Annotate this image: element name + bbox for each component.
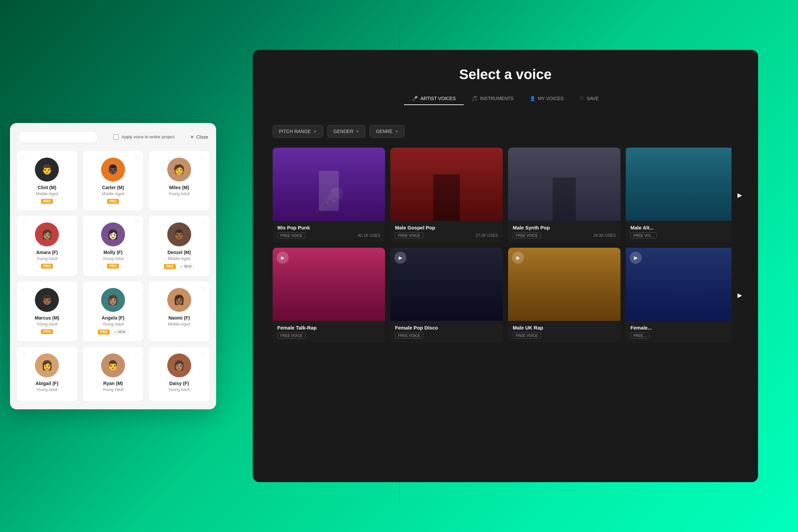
favorite-icon[interactable]: ♡	[201, 155, 206, 161]
card-meta: FREE VOI...	[630, 232, 734, 239]
voice-name: Ryan (M)	[88, 381, 138, 386]
gender-filter[interactable]: GENDER ▼	[327, 125, 366, 138]
chevron-down-icon: ▼	[356, 130, 359, 133]
avatar: 👩🏽	[167, 354, 191, 377]
favorite-icon[interactable]: ♡	[135, 220, 139, 226]
voice-card-female-talk-rap[interactable]: ▶ Female Talk-Rap FREE VOICE	[273, 248, 385, 342]
card-image	[391, 148, 503, 221]
voice-card-90s-pop-punk[interactable]: 🎤 90s Pop Punk FREE VOICE 42.1K USES	[273, 148, 385, 242]
card-edge-play[interactable]: ▶	[732, 148, 748, 242]
favorite-icon[interactable]: ♡	[21, 285, 25, 291]
play-button[interactable]: ▶	[630, 252, 642, 264]
card-meta: FREE VOICE 27.0K USES	[395, 232, 498, 239]
badges: PRO	[88, 264, 138, 269]
search-input[interactable]	[18, 131, 98, 143]
favorite-icon[interactable]: ♡	[21, 220, 25, 226]
voice-age: Young Adult	[22, 387, 72, 392]
tab-instruments-label: INSTRUMENTS	[480, 96, 514, 101]
avatar: 👩🏽	[35, 223, 59, 246]
genre-label: GENRE	[376, 129, 392, 134]
voice-card-amara[interactable]: ♡ 👩🏽 Amara (F) Young Adult PRO	[17, 216, 77, 276]
favorite-icon[interactable]: ♡	[201, 220, 206, 226]
voice-card-abigail[interactable]: ♡ 👩 Abigail (F) Young Adult	[17, 347, 77, 401]
voice-card-female-partial[interactable]: ▶ Female... FREE... ▶	[626, 248, 738, 342]
chevron-down-icon: ▼	[395, 130, 398, 133]
voice-card-angela[interactable]: ♡ 👩🏽 Angela (F) Young Adult PRO ★ NEW	[83, 281, 144, 341]
avatar: 👨🏿	[101, 158, 125, 182]
apply-voice-checkbox[interactable]	[113, 134, 119, 140]
tab-saved-label: SAVE	[587, 96, 598, 101]
voice-modal: Apply voice to entire project ✕ Close ♡ …	[10, 123, 216, 409]
uses-count: 24.3K USES	[593, 233, 616, 238]
card-name: Female...	[630, 325, 734, 330]
voice-card-denzel[interactable]: ♡ 👨🏾 Denzel (M) Middle-Aged PRO ★ NEW	[149, 216, 209, 276]
close-button[interactable]: ✕ Close	[190, 134, 208, 140]
pro-badge: PRO	[98, 329, 110, 335]
card-name: Male UK Rap	[513, 325, 616, 330]
voice-cards-grid: 🎤 90s Pop Punk FREE VOICE 42.1K USES	[253, 148, 758, 342]
voice-card-female-pop-disco[interactable]: ▶ Female Pop Disco FREE VOICE	[391, 248, 503, 342]
favorite-icon[interactable]: ♡	[201, 351, 206, 357]
genre-filter[interactable]: GENRE ▼	[369, 125, 405, 138]
voice-card-molly[interactable]: ♡ 👩🏻 Molly (F) Young Adult PRO	[83, 216, 144, 276]
voice-age: Young Adult	[154, 191, 204, 196]
voice-age: Young Adult	[88, 322, 138, 326]
card-image	[508, 148, 621, 221]
voice-name: Daisy (F)	[154, 381, 204, 386]
tab-artist-voices[interactable]: 🎤 ARTIST VOICES	[404, 92, 463, 105]
avatar: 👨	[35, 158, 59, 182]
voice-card-daisy[interactable]: ♡ 👩🏽 Daisy (F) Young Adult	[149, 347, 209, 401]
favorite-icon[interactable]: ♡	[135, 155, 139, 161]
voice-card-male-synth-pop[interactable]: Male Synth Pop FREE VOICE 24.3K USES	[508, 148, 621, 242]
voice-card-miles[interactable]: ♡ 🧑 Miles (M) Young Adult	[149, 151, 209, 210]
tab-artist-voices-label: ARTIST VOICES	[420, 96, 456, 101]
favorite-icon[interactable]: ♡	[201, 285, 206, 291]
favorite-icon[interactable]: ♡	[135, 285, 139, 291]
tab-my-voices[interactable]: 👤 MY VOICES	[522, 92, 572, 105]
favorite-icon[interactable]: ♡	[21, 351, 25, 357]
pro-badge: PRO	[107, 199, 119, 204]
voice-card-naomi[interactable]: ♡ 👩🏾 Naomi (F) Middle-Aged	[149, 281, 209, 341]
voice-card-ryan[interactable]: ♡ 👨 Ryan (M) Young Adult	[83, 347, 144, 401]
voice-age: Young Adult	[88, 387, 138, 392]
card-name: Male Synth Pop	[513, 225, 616, 230]
voice-grid: ♡ 👨 Clint (M) Middle-Aged PRO ♡ 👨🏿 Carte…	[17, 151, 209, 401]
voice-name: Carter (M)	[88, 185, 138, 190]
play-button[interactable]: ▶	[394, 252, 406, 264]
card-image: ▶	[273, 248, 385, 321]
voice-card-carter[interactable]: ♡ 👨🏿 Carter (M) Middle-Aged PRO	[83, 151, 144, 210]
play-button[interactable]: ▶	[277, 252, 289, 264]
tab-saved[interactable]: ♡ SAVE	[572, 92, 607, 105]
card-info: 90s Pop Punk FREE VOICE 42.1K USES	[273, 221, 385, 242]
chevron-down-icon: ▼	[314, 130, 317, 133]
pro-badge: PRO	[41, 329, 53, 334]
favorite-icon[interactable]: ♡	[21, 155, 25, 161]
tab-instruments[interactable]: 🎵 INSTRUMENTS	[464, 92, 522, 105]
card-image: ▶	[626, 248, 738, 321]
card-meta: FREE VOICE	[395, 332, 498, 339]
voice-card-clint[interactable]: ♡ 👨 Clint (M) Middle-Aged PRO	[17, 151, 77, 210]
apply-voice-label: Apply voice to entire project	[121, 134, 174, 139]
uses-count: 42.1K USES	[358, 233, 380, 238]
badges: PRO	[22, 329, 72, 334]
microphone-icon: 🎤	[412, 96, 418, 101]
vs-tabs: 🎤 ARTIST VOICES 🎵 INSTRUMENTS 👤 MY VOICE…	[273, 92, 738, 105]
avatar: 👩	[35, 354, 59, 377]
voice-card-marcus[interactable]: ♡ 👨🏾 Marcus (M) Young Adult PRO	[17, 281, 77, 341]
apply-voice-option: Apply voice to entire project	[113, 134, 174, 140]
card-image	[626, 148, 738, 221]
free-voice-badge: FREE VOICE	[277, 332, 306, 339]
card-image: 🎤	[273, 148, 385, 221]
voice-card-male-gospel-pop[interactable]: Male Gospel Pop FREE VOICE 27.0K USES	[391, 148, 503, 242]
voice-card-male-uk-rap[interactable]: ▶ Male UK Rap FREE VOICE	[508, 248, 621, 342]
card-meta: FREE VOICE	[277, 332, 380, 339]
card-edge-play[interactable]: ▶	[732, 248, 748, 342]
left-panel: Apply voice to entire project ✕ Close ♡ …	[0, 0, 226, 532]
voice-card-male-alt[interactable]: Male Alt... FREE VOI... ▶	[626, 148, 738, 242]
voice-name: Molly (F)	[88, 250, 138, 255]
play-button[interactable]: ▶	[512, 252, 524, 264]
card-name: 90s Pop Punk	[277, 225, 380, 230]
favorite-icon[interactable]: ♡	[135, 351, 139, 357]
pitch-range-filter[interactable]: PITCH RANGE ▼	[273, 125, 323, 138]
card-meta: FREE VOICE 24.3K USES	[513, 232, 616, 239]
